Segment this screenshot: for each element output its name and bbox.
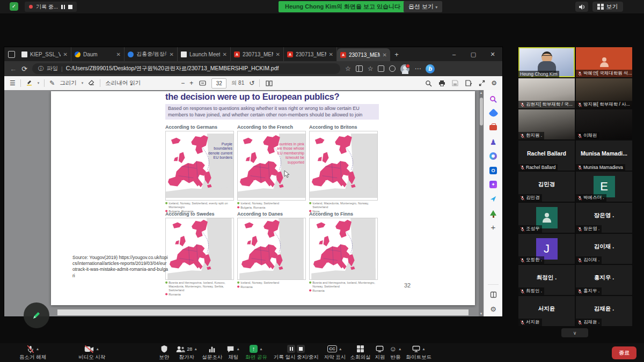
chevron-up-icon[interactable]: ▲ [96, 347, 99, 351]
participant-tile[interactable]: 홍지우 . 홍지우 . [576, 265, 632, 295]
stop-recording-icon[interactable] [68, 5, 72, 9]
fullscreen-icon[interactable] [478, 79, 486, 87]
more-menu-icon[interactable]: ⋯ [414, 65, 421, 72]
pdf-scrollbar[interactable]: ▲ ▼ [479, 90, 484, 316]
tab-daum[interactable]: Daum ✕ [71, 47, 125, 61]
tab-pdf-active[interactable]: A 230713_MEMB ✕ [337, 48, 390, 61]
tab-actions-button[interactable] [4, 47, 18, 61]
audio-settings-button[interactable] [575, 2, 588, 12]
maximize-window-button[interactable]: ▢ [464, 47, 483, 61]
participant-tile[interactable]: 방지원[ 학부재학 / 사... [576, 78, 632, 108]
close-tab-icon[interactable]: ✕ [223, 51, 227, 57]
chevron-up-icon[interactable]: ▲ [398, 347, 402, 351]
view-layout-button[interactable]: 보기 [592, 2, 623, 12]
close-tab-icon[interactable]: ✕ [383, 52, 387, 58]
tab-launch-meeting[interactable]: Launch Meetin ✕ [178, 47, 231, 61]
fit-page-icon[interactable] [198, 79, 207, 87]
participant-tile[interactable]: 김이재 . 김이재 . [576, 234, 632, 264]
chat-button[interactable]: ▲ 채팅 [226, 343, 240, 362]
new-tab-button[interactable]: + [390, 50, 403, 58]
zoom-in-icon[interactable]: + [189, 79, 193, 87]
tab-kim[interactable]: 김홍중/원장/원 ✕ [125, 47, 178, 61]
zoom-out-icon[interactable]: − [181, 79, 185, 87]
chevron-up-icon[interactable]: ▲ [339, 347, 342, 351]
page-view-icon[interactable] [265, 79, 273, 87]
edge-messenger-icon[interactable] [489, 195, 497, 203]
print-icon[interactable] [437, 79, 446, 87]
draw-label[interactable]: 그리기 [60, 79, 77, 87]
edge-settings-gear-icon[interactable]: ⚙ [489, 305, 497, 313]
browser-essentials-icon[interactable] [389, 65, 396, 72]
tab-kiep[interactable]: KIEP_SSL_VP ✕ [18, 47, 71, 61]
eraser-icon[interactable] [88, 79, 95, 87]
gallery-scroll-down-button[interactable]: ∨ [561, 328, 588, 337]
stop-recording-button[interactable] [297, 345, 305, 353]
whiteboard-button[interactable]: ▲ 화이트보드 [406, 343, 432, 362]
participant-tile[interactable]: 박혜연[ 국제대학원 석... [576, 47, 632, 77]
edge-add-icon[interactable]: + [489, 223, 497, 232]
pause-recording-icon[interactable] [61, 5, 65, 9]
pdf-viewport[interactable]: the decision were up to European publics… [4, 90, 479, 316]
favorites-list-icon[interactable]: ☆ [368, 65, 374, 72]
extensions-icon[interactable] [378, 65, 384, 72]
edge-copilot-icon[interactable] [489, 152, 497, 160]
chevron-up-icon[interactable]: ▲ [36, 347, 40, 351]
edge-designer-icon[interactable]: ✦ [489, 180, 497, 189]
pause-recording-button[interactable] [287, 345, 295, 353]
scroll-up-icon[interactable]: ▲ [479, 91, 484, 94]
close-window-button[interactable]: ✕ [483, 47, 502, 61]
close-tab-icon[interactable]: ✕ [63, 51, 68, 57]
search-document-icon[interactable] [424, 79, 433, 87]
chevron-up-icon[interactable]: ▲ [259, 347, 263, 351]
view-options-button[interactable]: 옵션 보기 ▾ [404, 1, 442, 12]
back-icon[interactable]: ← [10, 65, 17, 73]
participant-tile[interactable]: 김현지[ 학부재학 / 국... [518, 78, 575, 108]
toc-icon[interactable]: ☰ [10, 79, 16, 87]
scrollbar-thumb[interactable] [480, 98, 483, 125]
edge-games-icon[interactable]: ♟ [489, 138, 497, 146]
save-icon[interactable] [451, 79, 459, 87]
highlighter-icon[interactable] [26, 79, 33, 87]
close-tab-icon[interactable]: ✕ [116, 51, 121, 57]
security-button[interactable]: 보안 [159, 343, 169, 362]
edge-reading-icon[interactable] [489, 291, 497, 299]
close-tab-icon[interactable]: ✕ [170, 51, 174, 57]
save-as-icon[interactable] [464, 79, 473, 87]
annotate-button[interactable] [24, 302, 49, 328]
participant-tile[interactable]: Heung Chong Kim [518, 47, 575, 77]
participant-tile[interactable]: 조성우 [518, 203, 575, 233]
participant-tile[interactable]: Rachel Ballard Rachel Ballard [518, 141, 575, 171]
refresh-icon[interactable]: ⟳ [21, 65, 27, 73]
share-screen-button[interactable]: ↑▲ 화면 공유 [245, 343, 267, 362]
start-video-button[interactable]: ▲ 비디오 시작 [78, 343, 105, 362]
split-screen-icon[interactable] [356, 65, 363, 72]
participant-tile[interactable]: 김민경 김민경 [518, 172, 575, 202]
participant-tile[interactable]: 이채린 [576, 109, 632, 139]
edge-search-icon[interactable] [489, 95, 497, 104]
participant-tile[interactable]: 김재윤 . 김재윤 . [576, 296, 632, 326]
chevron-up-icon[interactable]: ▲ [236, 347, 240, 351]
polls-button[interactable]: 설문조사 [202, 343, 222, 362]
edge-outlook-icon[interactable]: O [489, 166, 497, 175]
chevron-up-icon[interactable]: ▲ [422, 347, 426, 351]
participants-button[interactable]: 28 ▲ 참가자 [175, 343, 197, 362]
close-tab-icon[interactable]: ✕ [276, 51, 280, 57]
breakout-rooms-button[interactable]: 소회의실 [350, 343, 370, 362]
edge-shopping-icon[interactable] [489, 109, 497, 118]
end-meeting-button[interactable]: 종료 [612, 346, 636, 359]
edge-tree-icon[interactable] [489, 209, 497, 217]
unmute-button[interactable]: ▲ 음소거 해제 [19, 343, 46, 362]
url-input[interactable]: ⓘ 파일 | C:/Users/ZB99015/Desktop/연구원%20관련… [32, 63, 340, 74]
pdf-settings-gear-icon[interactable]: ⚙ [491, 79, 497, 87]
participant-tile[interactable]: J 오정한 . [518, 234, 575, 264]
tab-pdf-2[interactable]: A 230713_MEMB ✕ [284, 47, 337, 61]
participant-tile[interactable]: 한지원 . [518, 109, 575, 139]
bing-copilot-icon[interactable]: b [426, 64, 435, 73]
support-button[interactable]: 지원 [375, 343, 385, 362]
profile-avatar[interactable] [400, 64, 409, 73]
rotate-icon[interactable]: ↺ [249, 79, 254, 87]
tab-pdf-1[interactable]: A 230713_MEMB ✕ [231, 47, 284, 61]
favorite-star-icon[interactable]: ☆ [345, 65, 351, 72]
participant-tile[interactable]: 최정인 . 최정인 . [518, 265, 575, 295]
draw-icon[interactable]: ✎ [49, 79, 55, 87]
